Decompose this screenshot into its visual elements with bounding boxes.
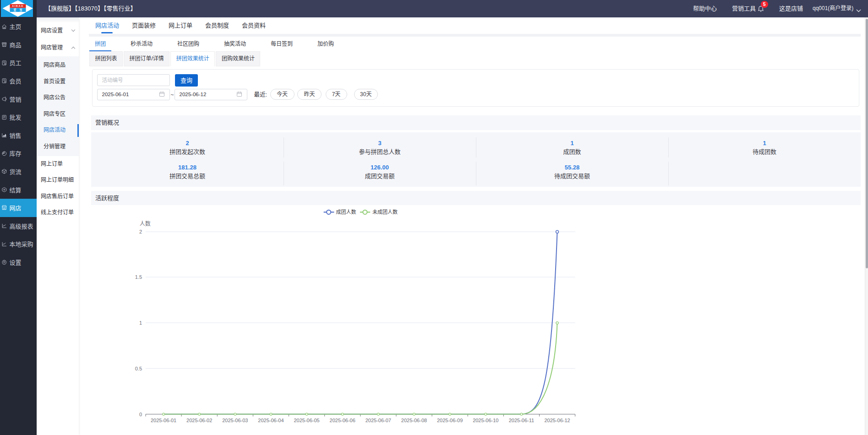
svg-text:2: 2: [139, 229, 142, 234]
svg-text:2025-06-03: 2025-06-03: [222, 418, 248, 423]
svg-text:2025-06-08: 2025-06-08: [401, 418, 427, 423]
svg-text:0.5: 0.5: [135, 366, 142, 371]
svg-text:未成团人数: 未成团人数: [372, 209, 398, 215]
svg-text:爱 宝: 爱 宝: [13, 8, 22, 12]
svg-text:2025-06-05: 2025-06-05: [294, 418, 319, 423]
svg-text:2025-06-11: 2025-06-11: [509, 418, 534, 423]
svg-text:AIBAO: AIBAO: [12, 5, 24, 7]
svg-text:2025-06-01: 2025-06-01: [151, 418, 176, 423]
svg-text:2025-06-10: 2025-06-10: [473, 418, 498, 423]
svg-text:1: 1: [139, 320, 142, 326]
svg-text:人数: 人数: [140, 220, 151, 227]
svg-text:0: 0: [139, 412, 142, 417]
svg-text:2025-06-04: 2025-06-04: [258, 418, 284, 423]
svg-text:2025-06-12: 2025-06-12: [544, 418, 570, 423]
svg-text:2025-06-02: 2025-06-02: [186, 418, 212, 423]
svg-text:2025-06-09: 2025-06-09: [437, 418, 463, 423]
svg-text:1.5: 1.5: [135, 274, 142, 280]
svg-text:2025-06-06: 2025-06-06: [330, 418, 355, 423]
svg-text:成团人数: 成团人数: [336, 209, 356, 215]
svg-text:2025-06-07: 2025-06-07: [366, 418, 391, 423]
